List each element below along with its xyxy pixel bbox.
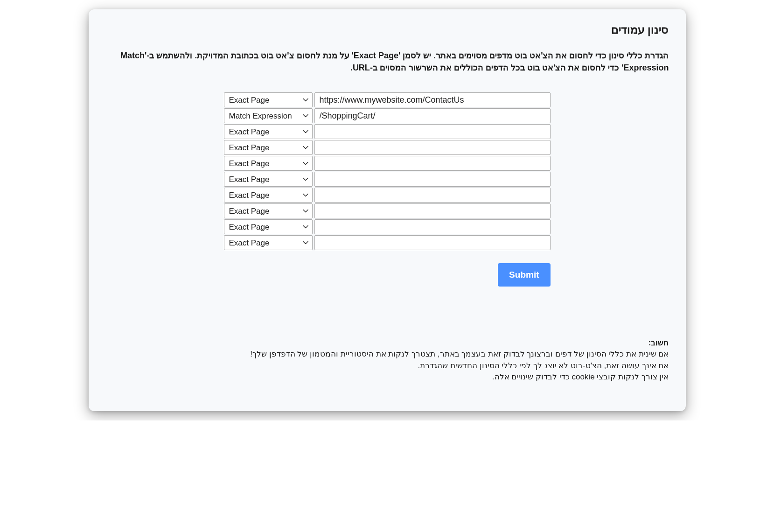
rule-type-select[interactable]: Exact PageMatch Expression — [224, 220, 312, 234]
rule-type-select[interactable]: Exact PageMatch Expression — [224, 172, 312, 186]
rule-value-input[interactable] — [314, 140, 551, 155]
rule-type-select[interactable]: Exact PageMatch Expression — [224, 188, 312, 202]
rule-type-select[interactable]: Exact PageMatch Expression — [224, 93, 312, 107]
note-line-2: אם אינך עושה זאת, הצ'ט-בוט לא יוצג לך לפ… — [105, 360, 669, 372]
filter-row: Exact PageMatch Expression — [224, 124, 551, 139]
filter-row: Exact PageMatch Expression — [224, 156, 551, 171]
rule-value-input[interactable] — [314, 172, 551, 187]
filter-form: Exact PageMatch ExpressionExact PageMatc… — [105, 92, 669, 287]
page-filter-card: סינון עמודים הגדרת כללי סינון כדי לחסום … — [89, 9, 686, 411]
filter-row: Exact PageMatch Expression — [224, 140, 551, 155]
rule-value-input[interactable] — [314, 235, 551, 250]
filter-row: Exact PageMatch Expression — [224, 108, 551, 123]
filter-row: Exact PageMatch Expression — [224, 188, 551, 203]
filter-row: Exact PageMatch Expression — [224, 203, 551, 218]
rule-type-select-wrap[interactable]: Exact PageMatch Expression — [224, 108, 313, 123]
rule-type-select[interactable]: Exact PageMatch Expression — [224, 156, 312, 170]
rule-type-select[interactable]: Exact PageMatch Expression — [224, 125, 312, 139]
rule-type-select-wrap[interactable]: Exact PageMatch Expression — [224, 140, 313, 155]
submit-button[interactable]: Submit — [498, 263, 550, 287]
submit-row: Submit — [224, 263, 551, 287]
rule-value-input[interactable] — [314, 108, 551, 123]
rule-type-select-wrap[interactable]: Exact PageMatch Expression — [224, 156, 313, 171]
rule-type-select-wrap[interactable]: Exact PageMatch Expression — [224, 219, 313, 234]
note-line-1: אם שינית את כללי הסינון של דפים וברצונך … — [105, 349, 669, 360]
rule-type-select-wrap[interactable]: Exact PageMatch Expression — [224, 92, 313, 107]
important-note: חשוב: אם שינית את כללי הסינון של דפים וב… — [105, 338, 669, 383]
note-heading: חשוב: — [105, 338, 669, 348]
rule-value-input[interactable] — [314, 156, 551, 171]
page-description: הגדרת כללי סינון כדי לחסום את הצ'אט בוט … — [105, 49, 669, 74]
filter-row: Exact PageMatch Expression — [224, 235, 551, 250]
rule-value-input[interactable] — [314, 203, 551, 218]
rule-type-select[interactable]: Exact PageMatch Expression — [224, 204, 312, 218]
rule-value-input[interactable] — [314, 124, 551, 139]
note-line-3: אין צורך לנקות קובצי cookie כדי לבדוק שי… — [105, 371, 669, 383]
filter-row: Exact PageMatch Expression — [224, 219, 551, 234]
rule-type-select-wrap[interactable]: Exact PageMatch Expression — [224, 124, 313, 139]
filter-row: Exact PageMatch Expression — [224, 172, 551, 187]
filter-row: Exact PageMatch Expression — [224, 92, 551, 107]
rule-type-select[interactable]: Exact PageMatch Expression — [224, 140, 312, 154]
rule-value-input[interactable] — [314, 219, 551, 234]
rule-type-select[interactable]: Exact PageMatch Expression — [224, 236, 312, 250]
rule-type-select-wrap[interactable]: Exact PageMatch Expression — [224, 188, 313, 203]
rule-type-select[interactable]: Exact PageMatch Expression — [224, 109, 312, 123]
rule-type-select-wrap[interactable]: Exact PageMatch Expression — [224, 235, 313, 250]
rule-value-input[interactable] — [314, 188, 551, 203]
page-title: סינון עמודים — [105, 23, 669, 36]
filter-rows: Exact PageMatch ExpressionExact PageMatc… — [224, 92, 551, 250]
rule-type-select-wrap[interactable]: Exact PageMatch Expression — [224, 203, 313, 218]
rule-type-select-wrap[interactable]: Exact PageMatch Expression — [224, 172, 313, 187]
rule-value-input[interactable] — [314, 92, 551, 107]
